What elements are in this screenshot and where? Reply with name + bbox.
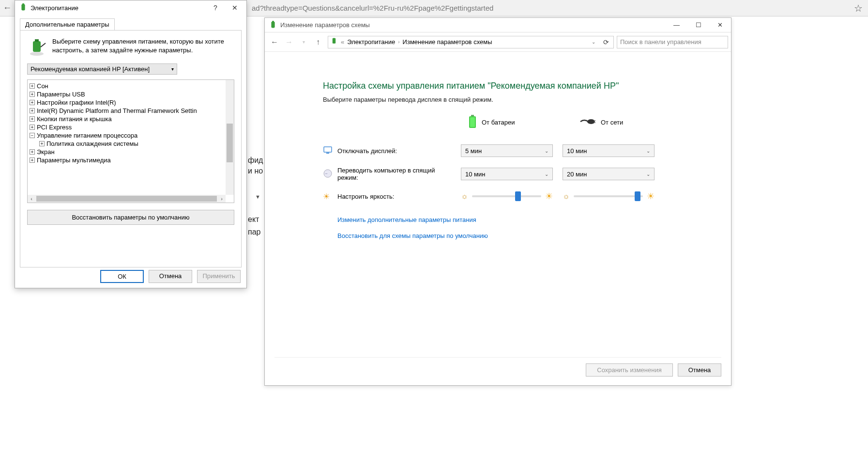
slider-thumb[interactable] [515,191,521,201]
bg-text: фид [248,156,263,165]
hscroll-thumb[interactable] [36,196,217,202]
dialog-titlebar: Электропитание ? ✕ [15,0,246,15]
tree-item[interactable]: +Кнопки питания и крышка [28,115,234,123]
help-button[interactable]: ? [206,1,225,15]
save-button[interactable]: Сохранить изменения [586,363,673,377]
tree-item[interactable]: +Настройки графики Intel(R) [28,98,234,107]
cancel-button[interactable]: Отмена [149,270,192,283]
tree-item[interactable]: +PCI Express [28,123,234,131]
expand-icon[interactable]: + [30,83,35,89]
edit-plan-window: Изменение параметров схемы — ☐ ✕ ← → ▾ ↑… [264,17,731,386]
tab-advanced[interactable]: Дополнительные параметры [20,18,115,31]
chevron-down-icon: ⌄ [545,148,548,154]
battery-icon [468,115,477,130]
brightness-ac-slider-wrap: ☼ ☀ [563,191,655,202]
chevron-down-icon[interactable]: ⌄ [589,39,598,45]
dialog-body: Выберите схему управления питанием, кото… [20,30,242,267]
bookmark-star-icon[interactable]: ☆ [849,2,868,14]
expand-icon[interactable]: + [30,116,35,122]
expand-icon[interactable]: + [30,157,35,163]
expand-icon[interactable]: + [30,108,35,113]
tree-item[interactable]: −Управление питанием процессора [28,131,234,140]
close-button[interactable]: ✕ [709,18,731,32]
sleep-battery-dropdown[interactable]: 10 мин⌄ [461,168,553,180]
row-display: Отключать дисплей: 5 мин⌄ 10 мин⌄ [323,144,712,157]
display-battery-dropdown[interactable]: 5 мин⌄ [461,144,553,157]
refresh-icon[interactable]: ⟳ [601,38,611,46]
tree-item-label: Параметры USB [37,91,85,98]
tree-item[interactable]: +Intel(R) Dynamic Platform and Thermal F… [28,107,234,115]
intro-section: Выберите схему управления питанием, кото… [27,37,234,57]
tree-item[interactable]: +Экран [28,148,234,156]
scroll-right-icon[interactable]: › [218,196,226,202]
link-advanced-settings[interactable]: Изменить дополнительные параметры питани… [337,216,712,223]
expand-icon[interactable]: + [30,149,35,155]
brightness-battery-slider[interactable] [472,195,541,197]
apply-button[interactable]: Применить [197,270,241,283]
tree-item[interactable]: +Сон [28,82,234,90]
chevron-down-icon: ⌄ [545,172,548,177]
sleep-ac-dropdown[interactable]: 20 мин⌄ [563,168,655,180]
expand-icon[interactable]: + [30,125,35,130]
display-icon [323,145,337,157]
tree-item[interactable]: +Параметры мультимедиа [28,156,234,164]
power-icon [330,37,338,47]
display-ac-dropdown[interactable]: 10 мин⌄ [563,144,655,157]
svg-point-2 [30,52,44,56]
ok-button[interactable]: ОК [100,270,144,283]
minimize-button[interactable]: — [666,18,687,32]
expand-icon[interactable]: + [30,92,35,97]
power-icon [269,21,277,30]
nav-back-icon[interactable]: ← [268,35,281,49]
search-placeholder: Поиск в панели управления [620,38,701,46]
dialog-title: Электропитание [30,4,206,12]
brightness-ac-slider[interactable] [574,195,643,197]
vertical-scrollbar[interactable] [226,80,234,195]
svg-rect-0 [21,4,25,11]
tree-item-label: Кнопки питания и крышка [37,115,112,123]
row-sleep-label: Переводить компьютер в спящий режим: [337,167,461,181]
svg-rect-15 [326,153,329,154]
sun-small-icon: ☼ [461,192,468,201]
expand-icon[interactable]: + [39,141,45,146]
col-battery-label: От батареи [482,119,515,126]
link-restore-defaults[interactable]: Восстановить для схемы параметры по умол… [337,232,712,239]
scroll-thumb[interactable] [227,124,233,162]
breadcrumb-1[interactable]: Электропитание [347,38,395,46]
browser-back-icon[interactable]: ← [0,3,15,13]
breadcrumb-2[interactable]: Изменение параметров схемы [403,38,492,46]
nav-up-icon[interactable]: ↑ [311,35,325,49]
tree-item[interactable]: +Политика охлаждения системы [28,140,234,148]
col-ac: От сети [579,118,671,127]
content-area: Настройка схемы управления питанием "Рек… [265,52,731,263]
scroll-left-icon[interactable]: ‹ [28,196,35,202]
tree-item-label: Сон [37,82,48,90]
tree-item[interactable]: +Параметры USB [28,90,234,98]
tree-item-label: Intel(R) Dynamic Platform and Thermal Fr… [37,107,197,114]
collapse-icon[interactable]: − [30,133,35,138]
plan-dropdown-label: Рекомендуемая компанией HP [Активен] [30,65,150,73]
window-title: Изменение параметров схемы [280,21,666,29]
search-input[interactable]: Поиск в панели управления [617,36,728,48]
svg-rect-3 [33,41,41,52]
tree-item-label: PCI Express [37,124,72,131]
address-bar[interactable]: « Электропитание › Изменение параметров … [328,36,614,48]
svg-rect-1 [22,3,24,5]
nav-forward-icon: → [282,35,296,49]
tree-item-label: Параметры мультимедиа [37,157,111,164]
sun-small-icon: ☼ [563,192,570,201]
restore-defaults-button[interactable]: Восстановить параметры по умолчанию [27,210,234,225]
cancel-button[interactable]: Отмена [678,363,721,377]
svg-rect-7 [333,38,335,44]
close-button[interactable]: ✕ [225,1,244,15]
svg-rect-6 [272,21,274,22]
slider-thumb[interactable] [635,191,640,201]
maximize-button[interactable]: ☐ [687,18,709,32]
nav-recent-icon[interactable]: ▾ [297,35,310,49]
plan-dropdown[interactable]: Рекомендуемая компанией HP [Активен] ▾ [27,63,177,75]
expand-icon[interactable]: + [30,100,35,105]
row-brightness: ☀ Настроить яркость: ☼ ☀ ☼ ☀ [323,191,712,202]
power-icon [19,3,28,12]
horizontal-scrollbar[interactable]: ‹ › [28,195,226,203]
svg-rect-13 [594,122,595,123]
